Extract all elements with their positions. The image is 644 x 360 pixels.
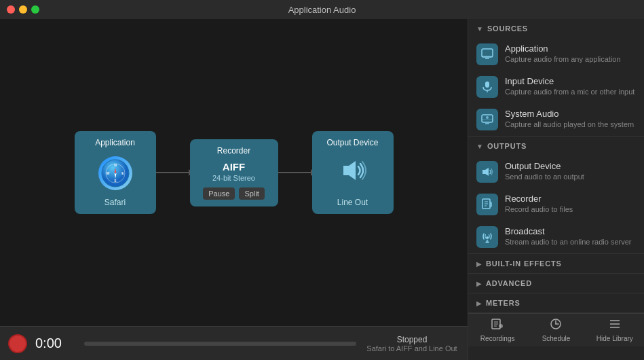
meters-header[interactable]: ▶ METERS: [468, 293, 644, 312]
application-node[interactable]: Application: [75, 131, 156, 214]
input-device-item-text: Input Device Capture audio from a mic or…: [505, 76, 634, 96]
recorder-item-title: Recorder: [505, 194, 573, 204]
sidebar-item-recorder[interactable]: Recorder Record audio to files: [468, 188, 644, 221]
split-button[interactable]: Split: [239, 187, 264, 200]
outputs-chevron: ▼: [476, 143, 483, 150]
built-in-effects-header[interactable]: ▶ BUILT-IN EFFECTS: [468, 254, 644, 273]
connector-2: [278, 172, 312, 173]
recorder-node[interactable]: Recorder AIFF 24-bit Stereo Pause Split: [190, 139, 278, 206]
outputs-title: OUTPUTS: [487, 142, 527, 150]
progress-bar-container[interactable]: [84, 342, 356, 346]
svg-rect-16: [485, 123, 489, 124]
sources-chevron: ▼: [476, 25, 483, 33]
svg-marker-20: [490, 201, 492, 208]
application-item-desc: Capture audio from any application: [505, 54, 621, 64]
sidebar-item-input-device[interactable]: Input Device Capture audio from a mic or…: [468, 71, 644, 103]
outputs-section: ▼ OUTPUTS Output Device Send audio to an…: [468, 137, 644, 254]
svg-text:N: N: [114, 163, 117, 167]
broadcast-item-text: Broadcast Stream audio to an online radi…: [505, 226, 632, 247]
time-display: 0:00: [35, 336, 76, 351]
svg-rect-10: [482, 56, 493, 57]
recorder-buttons: Pause Split: [203, 187, 265, 200]
microphone-icon: [476, 76, 498, 98]
broadcast-icon: [476, 226, 498, 248]
recorder-icon: [476, 194, 498, 215]
advanced-chevron: ▶: [476, 280, 482, 287]
output-device-item-desc: Send audio to an output: [505, 172, 584, 181]
application-item-text: Application Capture audio from any appli…: [505, 43, 621, 64]
meters-section: ▶ METERS: [468, 293, 644, 313]
schedule-tab[interactable]: Schedule: [527, 314, 585, 346]
close-button[interactable]: [7, 5, 15, 14]
broadcast-item-title: Broadcast: [505, 226, 632, 236]
title-bar: Application Audio: [0, 0, 644, 19]
main-content: Application: [0, 19, 644, 360]
sidebar-item-output-device[interactable]: Output Device Send audio to an output: [468, 156, 644, 188]
output-device-item-text: Output Device Send audio to an output: [505, 161, 584, 181]
broadcast-item-desc: Stream audio to an online radio server: [505, 237, 632, 247]
svg-point-24: [486, 236, 489, 239]
recorder-quality: 24-bit Stereo: [212, 174, 255, 182]
input-device-item-title: Input Device: [505, 76, 634, 86]
application-node-label: Application: [95, 138, 135, 147]
output-node[interactable]: Output Device Line Out: [312, 131, 394, 214]
safari-icon: N S E W: [98, 156, 132, 190]
output-device-item-title: Output Device: [505, 161, 584, 171]
minimize-button[interactable]: [19, 5, 27, 14]
pause-button[interactable]: Pause: [203, 187, 235, 200]
svg-rect-12: [485, 82, 489, 88]
meters-chevron: ▶: [476, 300, 482, 307]
system-audio-item-text: System Audio Capture all audio played on…: [505, 109, 634, 129]
recordings-tab[interactable]: Recordings: [468, 314, 527, 346]
input-device-item-desc: Capture audio from a mic or other input: [505, 87, 634, 96]
sidebar-item-application[interactable]: Application Capture audio from any appli…: [468, 38, 644, 71]
svg-rect-11: [485, 58, 489, 59]
advanced-header[interactable]: ▶ ADVANCED: [468, 274, 644, 293]
system-audio-item-desc: Capture all audio played on the system: [505, 120, 634, 129]
hide-library-icon: [609, 318, 621, 333]
svg-text:W: W: [106, 171, 109, 175]
bottom-tabs: Recordings Schedule: [468, 313, 644, 346]
svg-point-17: [486, 116, 489, 119]
status-subtext: Safari to AIFF and Line Out: [364, 344, 459, 353]
output-node-sublabel: Line Out: [337, 198, 368, 207]
sidebar: ▼ SOURCES Application Capture audio from…: [468, 19, 644, 360]
output-device-icon: [476, 161, 498, 183]
record-button[interactable]: [8, 334, 27, 353]
pipeline-nodes: Application: [75, 131, 394, 214]
advanced-title: ADVANCED: [486, 279, 532, 287]
status-info: Stopped Safari to AIFF and Line Out: [364, 335, 459, 353]
built-in-effects-title: BUILT-IN EFFECTS: [486, 259, 562, 268]
schedule-label: Schedule: [542, 335, 571, 342]
connector-1: [156, 172, 190, 173]
built-in-effects-chevron: ▶: [476, 260, 482, 268]
sidebar-item-broadcast[interactable]: Broadcast Stream audio to an online radi…: [468, 221, 644, 253]
output-node-label: Output Device: [326, 138, 378, 147]
outputs-header[interactable]: ▼ OUTPUTS: [468, 137, 644, 156]
advanced-section: ▶ ADVANCED: [468, 274, 644, 293]
meters-title: METERS: [486, 299, 520, 307]
recorder-item-text: Recorder Record audio to files: [505, 194, 573, 214]
application-item-title: Application: [505, 43, 621, 54]
speaker-icon: [337, 154, 369, 192]
recorder-node-label: Recorder: [217, 146, 250, 156]
traffic-lights: [7, 5, 39, 14]
system-audio-item-title: System Audio: [505, 109, 634, 119]
maximize-button[interactable]: [31, 5, 39, 14]
sources-header[interactable]: ▼ SOURCES: [468, 19, 644, 38]
svg-marker-18: [482, 168, 489, 176]
output-node-icon-area: [333, 153, 373, 194]
sources-section: ▼ SOURCES Application Capture audio from…: [468, 19, 644, 137]
recorder-format: AIFF: [223, 161, 245, 173]
canvas-area: Application: [0, 19, 468, 360]
status-text: Stopped: [364, 335, 459, 344]
recorder-item-desc: Record audio to files: [505, 204, 573, 214]
application-icon: [476, 43, 498, 65]
built-in-effects-section: ▶ BUILT-IN EFFECTS: [468, 254, 644, 274]
application-node-icon-area: N S E W: [95, 153, 136, 194]
application-node-sublabel: Safari: [105, 198, 126, 207]
hide-library-tab[interactable]: Hide Library: [586, 314, 644, 346]
system-audio-icon: [476, 109, 498, 130]
window-title: Application Audio: [288, 5, 356, 15]
sidebar-item-system-audio[interactable]: System Audio Capture all audio played on…: [468, 103, 644, 136]
